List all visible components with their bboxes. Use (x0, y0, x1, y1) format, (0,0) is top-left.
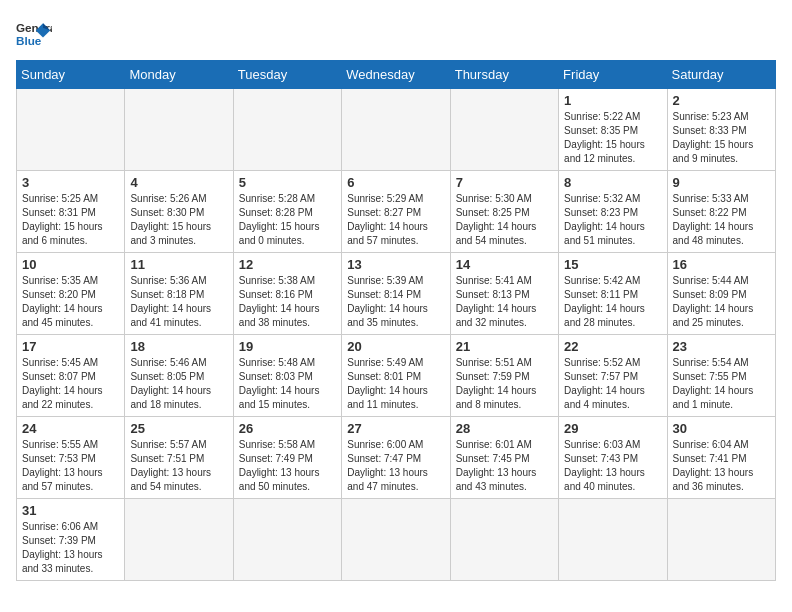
calendar-cell: 9Sunrise: 5:33 AM Sunset: 8:22 PM Daylig… (667, 171, 775, 253)
weekday-header-wednesday: Wednesday (342, 61, 450, 89)
calendar-cell: 29Sunrise: 6:03 AM Sunset: 7:43 PM Dayli… (559, 417, 667, 499)
day-info: Sunrise: 5:41 AM Sunset: 8:13 PM Dayligh… (456, 274, 553, 330)
day-info: Sunrise: 5:23 AM Sunset: 8:33 PM Dayligh… (673, 110, 770, 166)
calendar-table: SundayMondayTuesdayWednesdayThursdayFrid… (16, 60, 776, 581)
calendar-week-6: 31Sunrise: 6:06 AM Sunset: 7:39 PM Dayli… (17, 499, 776, 581)
day-info: Sunrise: 5:22 AM Sunset: 8:35 PM Dayligh… (564, 110, 661, 166)
calendar-cell (450, 499, 558, 581)
calendar-cell: 23Sunrise: 5:54 AM Sunset: 7:55 PM Dayli… (667, 335, 775, 417)
calendar-cell (125, 499, 233, 581)
page-header: General Blue (16, 16, 776, 52)
logo-icon: General Blue (16, 16, 52, 52)
calendar-cell: 20Sunrise: 5:49 AM Sunset: 8:01 PM Dayli… (342, 335, 450, 417)
calendar-cell: 16Sunrise: 5:44 AM Sunset: 8:09 PM Dayli… (667, 253, 775, 335)
calendar-cell: 1Sunrise: 5:22 AM Sunset: 8:35 PM Daylig… (559, 89, 667, 171)
day-info: Sunrise: 6:00 AM Sunset: 7:47 PM Dayligh… (347, 438, 444, 494)
svg-text:Blue: Blue (16, 34, 42, 47)
day-info: Sunrise: 5:52 AM Sunset: 7:57 PM Dayligh… (564, 356, 661, 412)
day-info: Sunrise: 5:45 AM Sunset: 8:07 PM Dayligh… (22, 356, 119, 412)
calendar-cell: 25Sunrise: 5:57 AM Sunset: 7:51 PM Dayli… (125, 417, 233, 499)
day-number: 11 (130, 257, 227, 272)
day-number: 9 (673, 175, 770, 190)
day-info: Sunrise: 5:35 AM Sunset: 8:20 PM Dayligh… (22, 274, 119, 330)
calendar-cell: 4Sunrise: 5:26 AM Sunset: 8:30 PM Daylig… (125, 171, 233, 253)
calendar-cell: 14Sunrise: 5:41 AM Sunset: 8:13 PM Dayli… (450, 253, 558, 335)
weekday-header-friday: Friday (559, 61, 667, 89)
calendar-cell: 6Sunrise: 5:29 AM Sunset: 8:27 PM Daylig… (342, 171, 450, 253)
day-info: Sunrise: 5:30 AM Sunset: 8:25 PM Dayligh… (456, 192, 553, 248)
logo: General Blue (16, 16, 56, 52)
day-number: 7 (456, 175, 553, 190)
day-info: Sunrise: 6:06 AM Sunset: 7:39 PM Dayligh… (22, 520, 119, 576)
day-number: 1 (564, 93, 661, 108)
calendar-cell (233, 89, 341, 171)
day-info: Sunrise: 5:25 AM Sunset: 8:31 PM Dayligh… (22, 192, 119, 248)
calendar-cell: 2Sunrise: 5:23 AM Sunset: 8:33 PM Daylig… (667, 89, 775, 171)
day-number: 3 (22, 175, 119, 190)
calendar-body: 1Sunrise: 5:22 AM Sunset: 8:35 PM Daylig… (17, 89, 776, 581)
calendar-cell: 13Sunrise: 5:39 AM Sunset: 8:14 PM Dayli… (342, 253, 450, 335)
calendar-header: SundayMondayTuesdayWednesdayThursdayFrid… (17, 61, 776, 89)
day-number: 21 (456, 339, 553, 354)
day-number: 31 (22, 503, 119, 518)
day-number: 14 (456, 257, 553, 272)
day-number: 22 (564, 339, 661, 354)
day-info: Sunrise: 5:32 AM Sunset: 8:23 PM Dayligh… (564, 192, 661, 248)
calendar-week-1: 1Sunrise: 5:22 AM Sunset: 8:35 PM Daylig… (17, 89, 776, 171)
calendar-cell: 7Sunrise: 5:30 AM Sunset: 8:25 PM Daylig… (450, 171, 558, 253)
day-number: 17 (22, 339, 119, 354)
calendar-cell (17, 89, 125, 171)
calendar-week-3: 10Sunrise: 5:35 AM Sunset: 8:20 PM Dayli… (17, 253, 776, 335)
day-info: Sunrise: 5:55 AM Sunset: 7:53 PM Dayligh… (22, 438, 119, 494)
weekday-header-monday: Monday (125, 61, 233, 89)
calendar-cell (667, 499, 775, 581)
day-number: 5 (239, 175, 336, 190)
weekday-header-thursday: Thursday (450, 61, 558, 89)
day-info: Sunrise: 5:54 AM Sunset: 7:55 PM Dayligh… (673, 356, 770, 412)
calendar-cell: 24Sunrise: 5:55 AM Sunset: 7:53 PM Dayli… (17, 417, 125, 499)
calendar-cell: 27Sunrise: 6:00 AM Sunset: 7:47 PM Dayli… (342, 417, 450, 499)
calendar-cell: 28Sunrise: 6:01 AM Sunset: 7:45 PM Dayli… (450, 417, 558, 499)
calendar-cell: 18Sunrise: 5:46 AM Sunset: 8:05 PM Dayli… (125, 335, 233, 417)
day-number: 23 (673, 339, 770, 354)
weekday-header-saturday: Saturday (667, 61, 775, 89)
day-info: Sunrise: 5:48 AM Sunset: 8:03 PM Dayligh… (239, 356, 336, 412)
day-number: 4 (130, 175, 227, 190)
day-number: 29 (564, 421, 661, 436)
day-info: Sunrise: 5:44 AM Sunset: 8:09 PM Dayligh… (673, 274, 770, 330)
calendar-cell: 22Sunrise: 5:52 AM Sunset: 7:57 PM Dayli… (559, 335, 667, 417)
day-number: 13 (347, 257, 444, 272)
day-number: 30 (673, 421, 770, 436)
day-info: Sunrise: 5:28 AM Sunset: 8:28 PM Dayligh… (239, 192, 336, 248)
day-number: 20 (347, 339, 444, 354)
day-number: 10 (22, 257, 119, 272)
day-number: 18 (130, 339, 227, 354)
day-info: Sunrise: 5:49 AM Sunset: 8:01 PM Dayligh… (347, 356, 444, 412)
day-info: Sunrise: 6:04 AM Sunset: 7:41 PM Dayligh… (673, 438, 770, 494)
day-info: Sunrise: 5:36 AM Sunset: 8:18 PM Dayligh… (130, 274, 227, 330)
calendar-cell: 10Sunrise: 5:35 AM Sunset: 8:20 PM Dayli… (17, 253, 125, 335)
calendar-cell: 30Sunrise: 6:04 AM Sunset: 7:41 PM Dayli… (667, 417, 775, 499)
day-info: Sunrise: 6:03 AM Sunset: 7:43 PM Dayligh… (564, 438, 661, 494)
day-info: Sunrise: 5:57 AM Sunset: 7:51 PM Dayligh… (130, 438, 227, 494)
calendar-cell: 12Sunrise: 5:38 AM Sunset: 8:16 PM Dayli… (233, 253, 341, 335)
calendar-week-2: 3Sunrise: 5:25 AM Sunset: 8:31 PM Daylig… (17, 171, 776, 253)
day-info: Sunrise: 5:42 AM Sunset: 8:11 PM Dayligh… (564, 274, 661, 330)
calendar-cell (342, 499, 450, 581)
calendar-cell (342, 89, 450, 171)
day-number: 2 (673, 93, 770, 108)
calendar-cell: 3Sunrise: 5:25 AM Sunset: 8:31 PM Daylig… (17, 171, 125, 253)
calendar-cell (125, 89, 233, 171)
weekday-header-tuesday: Tuesday (233, 61, 341, 89)
calendar-week-5: 24Sunrise: 5:55 AM Sunset: 7:53 PM Dayli… (17, 417, 776, 499)
calendar-cell: 19Sunrise: 5:48 AM Sunset: 8:03 PM Dayli… (233, 335, 341, 417)
day-info: Sunrise: 5:33 AM Sunset: 8:22 PM Dayligh… (673, 192, 770, 248)
day-number: 19 (239, 339, 336, 354)
calendar-week-4: 17Sunrise: 5:45 AM Sunset: 8:07 PM Dayli… (17, 335, 776, 417)
calendar-cell: 31Sunrise: 6:06 AM Sunset: 7:39 PM Dayli… (17, 499, 125, 581)
day-info: Sunrise: 6:01 AM Sunset: 7:45 PM Dayligh… (456, 438, 553, 494)
day-info: Sunrise: 5:58 AM Sunset: 7:49 PM Dayligh… (239, 438, 336, 494)
weekday-header-row: SundayMondayTuesdayWednesdayThursdayFrid… (17, 61, 776, 89)
day-number: 28 (456, 421, 553, 436)
calendar-cell: 11Sunrise: 5:36 AM Sunset: 8:18 PM Dayli… (125, 253, 233, 335)
